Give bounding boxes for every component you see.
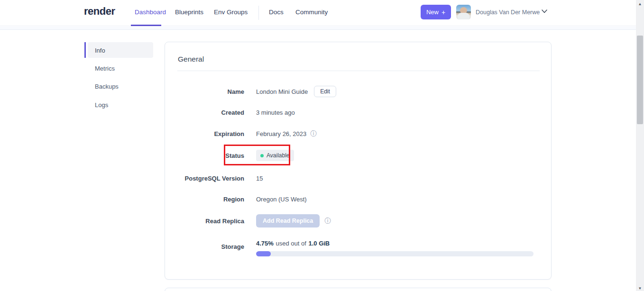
name-label: Name (177, 88, 244, 95)
created-label: Created (177, 109, 244, 116)
nav-env-groups[interactable]: Env Groups (214, 9, 248, 16)
sidebar-item-backups[interactable]: Backups (95, 83, 119, 90)
avatar-photo-shirt (458, 13, 469, 19)
expiration-label: Expiration (177, 130, 244, 137)
nav-blueprints[interactable]: Blueprints (175, 9, 203, 16)
postgresql-version-value: 15 (256, 175, 263, 182)
add-read-replica-button: Add Read Replica (256, 214, 320, 227)
new-button-label: New (426, 9, 439, 16)
new-button[interactable]: New + (421, 5, 451, 19)
info-icon[interactable]: ⓘ (310, 130, 317, 137)
storage-label: Storage (177, 243, 244, 250)
nav-dashboard[interactable]: Dashboard (135, 9, 166, 16)
status-row: Status Available (177, 149, 540, 162)
nav-community[interactable]: Community (295, 9, 328, 16)
scroll-up-arrow-icon[interactable]: ▲ (636, 2, 644, 7)
card-title-divider (177, 71, 540, 71)
status-badge-label: Available (267, 152, 289, 159)
render-logo[interactable]: render (84, 5, 115, 18)
nav-divider (258, 6, 259, 20)
status-dot-icon (260, 154, 264, 157)
storage-row: Storage 4.75% used out of 1.0 GiB (177, 240, 540, 256)
status-label: Status (177, 152, 244, 159)
storage-connector-text: used out of (276, 240, 306, 247)
vertical-scrollbar[interactable]: ▲ ▼ (636, 0, 644, 291)
postgresql-version-label: PostgreSQL Version (177, 175, 244, 182)
expiration-value: February 26, 2023 (256, 130, 306, 137)
created-value: 3 minutes ago (256, 109, 295, 116)
name-value: London Mini Guide (256, 88, 308, 95)
storage-progress-track (256, 251, 534, 256)
active-tab-underline (131, 25, 161, 26)
status-badge: Available (256, 150, 294, 161)
user-name[interactable]: Douglas Van Der Merwe (476, 9, 540, 16)
postgresql-version-row: PostgreSQL Version 15 (177, 173, 540, 183)
general-card: General Name London Mini Guide Edit Crea… (165, 42, 552, 280)
page: render Dashboard Blueprints Env Groups D… (0, 0, 644, 291)
storage-usage-text: 4.75% used out of 1.0 GiB (256, 240, 534, 247)
scrollbar-thumb[interactable] (637, 36, 643, 124)
expiration-row: Expiration February 26, 2023 ⓘ (177, 129, 540, 138)
created-row: Created 3 minutes ago (177, 108, 540, 117)
name-row: Name London Mini Guide Edit (177, 86, 540, 97)
plus-icon: + (442, 9, 445, 16)
region-value: Oregon (US West) (256, 196, 307, 203)
next-card-top-edge (165, 288, 552, 291)
edit-name-button[interactable]: Edit (314, 86, 336, 97)
storage-total: 1.0 GiB (308, 240, 330, 247)
chevron-down-icon (542, 9, 547, 13)
read-replica-label: Read Replica (177, 218, 244, 225)
sidebar-item-logs[interactable]: Logs (95, 101, 108, 109)
sidebar-item-metrics[interactable]: Metrics (95, 65, 115, 72)
storage-used-percent: 4.75% (256, 240, 274, 247)
read-replica-row: Read Replica Add Read Replica ⓘ (177, 214, 540, 227)
header-sub-strip (0, 27, 636, 30)
info-icon[interactable]: ⓘ (324, 218, 331, 224)
scroll-down-arrow-icon[interactable]: ▼ (636, 286, 644, 291)
account-menu-toggle[interactable] (542, 9, 547, 13)
region-row: Region Oregon (US West) (177, 194, 540, 204)
region-label: Region (177, 196, 244, 203)
storage-usage: 4.75% used out of 1.0 GiB (256, 240, 534, 256)
user-avatar[interactable] (456, 5, 471, 19)
sidebar-item-info[interactable]: Info (95, 47, 105, 54)
card-title: General (178, 55, 204, 64)
sidebar-active-accent (84, 42, 86, 58)
nav-docs[interactable]: Docs (269, 9, 284, 16)
storage-progress-fill (256, 251, 271, 256)
top-navbar: render Dashboard Blueprints Env Groups D… (0, 0, 636, 26)
